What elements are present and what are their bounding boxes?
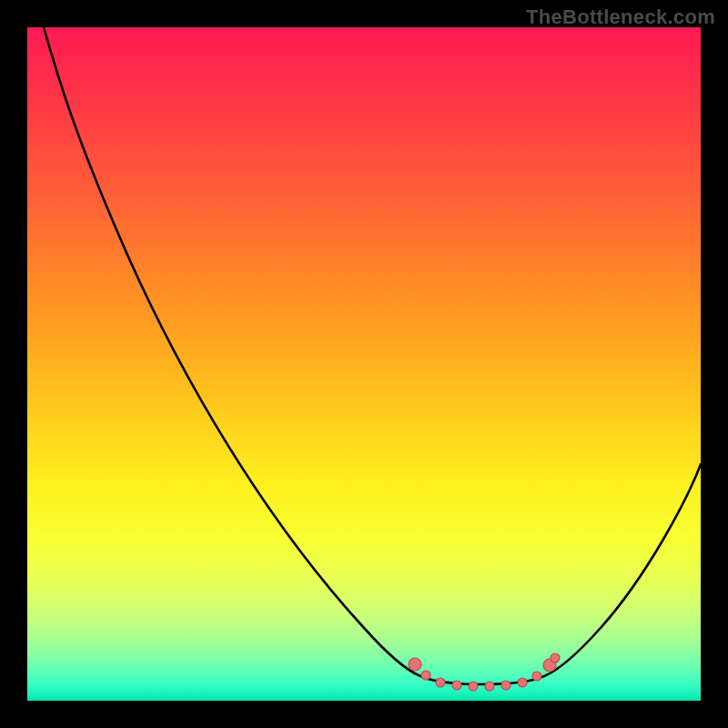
plot-area [27,27,701,701]
marker-dot [551,653,560,662]
marker-dot [501,681,511,690]
marker-dot [469,682,478,691]
curve-overlay [27,27,701,701]
chart-frame: TheBottleneck.com [0,0,728,728]
marker-dot [436,678,445,687]
marker-dot [532,672,541,681]
watermark-text: TheBottleneck.com [526,5,715,29]
marker-dot [452,681,461,690]
marker-dot [518,678,527,687]
marker-dot [421,671,430,680]
bottleneck-curve [44,27,701,684]
marker-dot [485,682,494,691]
marker-dot [409,658,421,671]
